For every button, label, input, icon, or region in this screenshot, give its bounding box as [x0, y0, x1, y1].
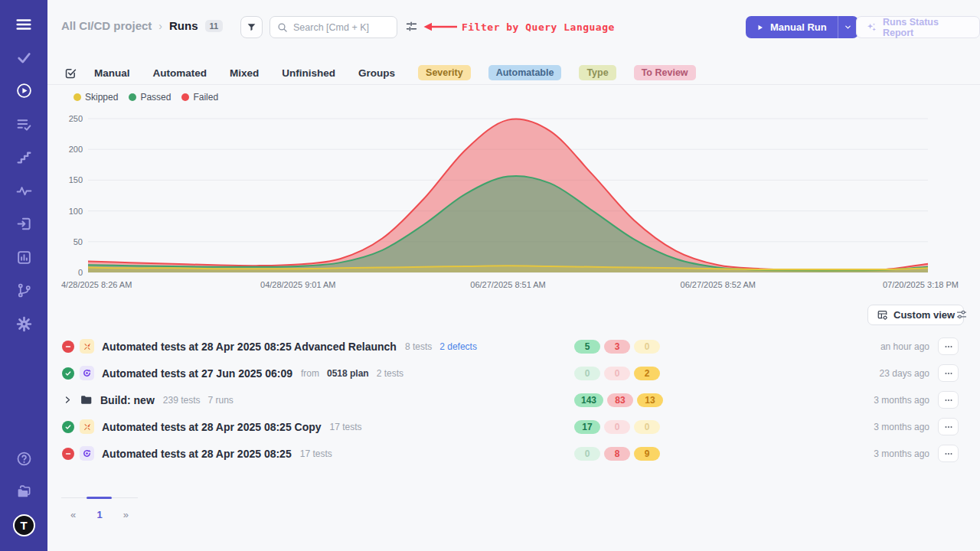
- sidebar-item-menu[interactable]: [0, 8, 47, 41]
- run-meta: 239 tests7 runs: [163, 395, 234, 406]
- projects-icon: [16, 484, 32, 500]
- runs-chart: 0501001502002504/28/2025 8:26 AM04/28/20…: [61, 108, 961, 295]
- chip-automatable[interactable]: Automatable: [488, 65, 562, 80]
- filter-button[interactable]: [240, 16, 263, 38]
- run-time: 3 months ago: [874, 395, 929, 406]
- meta-text: 0518 plan: [327, 368, 369, 379]
- ellipsis-icon: [943, 448, 954, 459]
- adjustments-icon: [405, 22, 418, 35]
- row-menu-button[interactable]: [938, 445, 959, 462]
- runs-status-report-button[interactable]: Runs Status Report: [856, 16, 980, 38]
- runs-count-badge: 11: [205, 20, 224, 32]
- app-logo[interactable]: T: [0, 509, 47, 543]
- area-passed: [88, 176, 928, 272]
- badge-failed: 0: [604, 367, 630, 380]
- query-language-filter-button[interactable]: [405, 20, 418, 33]
- run-meta: 17 tests: [330, 422, 362, 432]
- search-box[interactable]: [270, 16, 397, 38]
- status-failed-icon: [61, 448, 74, 460]
- breadcrumb-project[interactable]: All CI/CD project: [61, 19, 152, 32]
- sidebar-item-reports[interactable]: [0, 241, 47, 275]
- settings-icon: [16, 316, 32, 332]
- legend-failed[interactable]: Failed: [181, 92, 218, 103]
- run-title[interactable]: Automated tests at 28 Apr 2025 08:25 Adv…: [102, 341, 397, 353]
- custom-view-button[interactable]: Custom view: [867, 305, 964, 325]
- pagination-active-indicator: [87, 497, 112, 499]
- sidebar-item-pulse[interactable]: [0, 174, 47, 208]
- x-tick-label: 4/28/2025 8:26 AM: [61, 280, 132, 289]
- pagination: « 1 »: [61, 509, 138, 520]
- sidebar-item-ready-check[interactable]: [0, 41, 47, 75]
- funnel-icon: [247, 22, 256, 32]
- legend-dot-icon: [129, 93, 136, 101]
- row-menu-button[interactable]: [938, 391, 959, 409]
- search-input[interactable]: [293, 22, 390, 33]
- y-tick-label: 100: [69, 207, 83, 216]
- breadcrumb: All CI/CD project › Runs 11: [61, 19, 223, 32]
- tab-unfinished[interactable]: Unfinished: [282, 67, 335, 79]
- chart-legend: SkippedPassedFailed: [74, 92, 218, 103]
- sidebar-item-projects[interactable]: [0, 475, 47, 509]
- chip-type[interactable]: Type: [579, 65, 616, 80]
- badge-passed: 0: [574, 447, 600, 461]
- custom-view-label: Custom view: [893, 309, 955, 321]
- tab-automated[interactable]: Automated: [153, 67, 207, 79]
- legend-passed[interactable]: Passed: [129, 92, 171, 103]
- run-title[interactable]: Automated tests at 28 Apr 2025 08:25 Cop…: [102, 421, 322, 433]
- manual-run-main[interactable]: Manual Run: [746, 16, 838, 38]
- sidebar-item-play-circle[interactable]: [0, 74, 47, 108]
- run-row[interactable]: Automated tests at 28 Apr 2025 08:2517 t…: [61, 440, 959, 467]
- tab-manual[interactable]: Manual: [94, 67, 130, 79]
- run-title[interactable]: Automated tests at 27 Jun 2025 06:09: [102, 367, 292, 380]
- run-row[interactable]: Automated tests at 28 Apr 2025 08:25 Adv…: [61, 333, 959, 360]
- run-title[interactable]: Build: new: [100, 394, 155, 406]
- legend-skipped[interactable]: Skipped: [74, 92, 118, 103]
- meta-text: 7 runs: [207, 395, 233, 406]
- manual-run-dropdown[interactable]: [838, 16, 858, 38]
- badge-skipped: 9: [634, 447, 660, 461]
- divider: [47, 84, 980, 85]
- row-menu-button[interactable]: [938, 337, 959, 355]
- run-time: 3 months ago: [874, 422, 929, 432]
- result-badges: 1700: [574, 420, 660, 434]
- run-time: 23 days ago: [880, 368, 929, 379]
- sidebar-item-run-list[interactable]: [0, 108, 47, 142]
- run-row[interactable]: Automated tests at 27 Jun 2025 06:09from…: [61, 360, 959, 386]
- run-row[interactable]: Build: new239 tests7 runs14383133 months…: [61, 386, 959, 413]
- run-row[interactable]: Automated tests at 28 Apr 2025 08:25 Cop…: [61, 413, 959, 440]
- row-menu-button[interactable]: [938, 418, 959, 435]
- tab-groups[interactable]: Groups: [358, 67, 395, 79]
- area-chart: 0501001502002504/28/2025 8:26 AM04/28/20…: [61, 108, 961, 295]
- x-tick-label: 06/27/2025 8:51 AM: [470, 280, 545, 289]
- sidebar-item-import[interactable]: [0, 207, 47, 241]
- y-tick-label: 250: [69, 114, 83, 123]
- pagination-prev-button[interactable]: «: [70, 509, 76, 520]
- defects-link[interactable]: 2 defects: [439, 341, 477, 352]
- pagination-next-button[interactable]: »: [123, 509, 129, 520]
- expand-chevron-icon[interactable]: [61, 395, 74, 405]
- chip-to-review[interactable]: To Review: [634, 65, 696, 80]
- manual-run-button[interactable]: Manual Run: [746, 16, 858, 38]
- annotation-arrow-icon: [423, 22, 458, 31]
- view-sliders-button[interactable]: [956, 308, 968, 321]
- pagination-page-1[interactable]: 1: [96, 509, 102, 520]
- sidebar-item-branches[interactable]: [0, 274, 47, 308]
- badge-skipped: 13: [637, 393, 663, 407]
- result-badges: 530: [574, 340, 660, 354]
- y-tick-label: 150: [69, 175, 83, 184]
- task-check-icon[interactable]: [64, 67, 77, 80]
- chip-severity[interactable]: Severity: [418, 65, 471, 80]
- sidebar-item-help[interactable]: [0, 442, 47, 476]
- sidebar-item-steps[interactable]: [0, 141, 47, 174]
- play-icon: [756, 24, 764, 31]
- legend-label: Skipped: [85, 92, 118, 103]
- x-tick-label: 04/28/2025 9:01 AM: [260, 280, 335, 289]
- status-passed-icon: [61, 421, 74, 433]
- tab-mixed[interactable]: Mixed: [230, 67, 259, 79]
- row-menu-button[interactable]: [938, 364, 959, 382]
- result-badges: 1438313: [574, 393, 663, 407]
- page-title: Runs: [169, 19, 198, 32]
- run-title[interactable]: Automated tests at 28 Apr 2025 08:25: [102, 448, 292, 460]
- sidebar-item-settings[interactable]: [0, 308, 47, 341]
- ready-check-icon: [16, 50, 32, 66]
